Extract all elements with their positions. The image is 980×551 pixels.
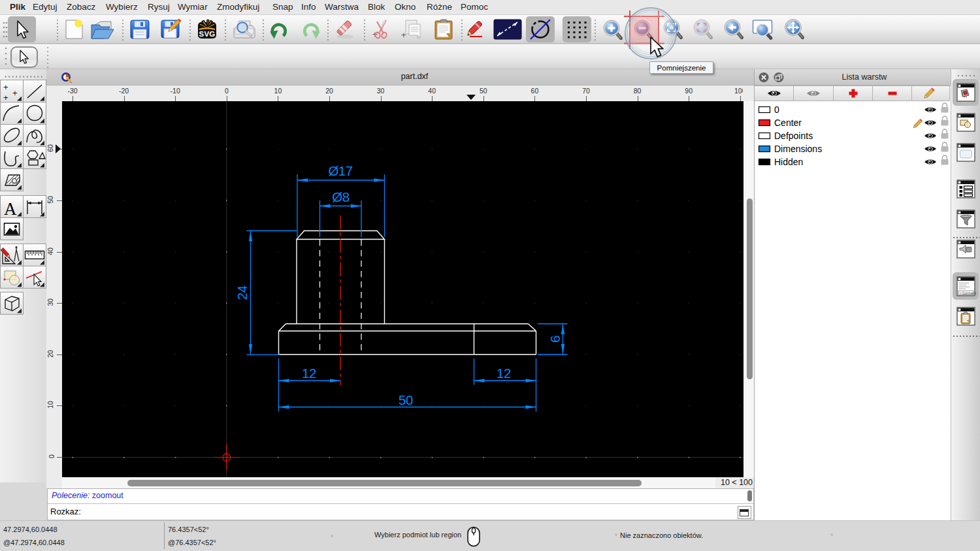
svg-text:0: 0 <box>774 104 779 115</box>
svg-text:6: 6 <box>547 336 563 343</box>
svg-text:12: 12 <box>497 366 511 381</box>
svg-text:+: + <box>3 82 8 92</box>
svg-text:24: 24 <box>235 286 250 300</box>
svg-text:Center: Center <box>774 118 802 128</box>
svg-text:Ø17: Ø17 <box>328 163 352 178</box>
svg-text:Defpoints: Defpoints <box>774 131 813 141</box>
svg-text:< Command: < Command <box>960 292 977 295</box>
svg-text:50: 50 <box>399 392 413 407</box>
svg-text:SVG: SVG <box>199 30 215 38</box>
svg-text:Dimensions: Dimensions <box>774 144 822 154</box>
svg-text:Hidden: Hidden <box>774 157 803 167</box>
svg-text:Ø8: Ø8 <box>332 189 349 204</box>
svg-text:+: + <box>401 30 406 40</box>
svg-text:+: + <box>12 88 18 98</box>
svg-text:A: A <box>4 199 17 219</box>
svg-text:+: + <box>3 93 8 102</box>
svg-text:12: 12 <box>302 366 316 381</box>
